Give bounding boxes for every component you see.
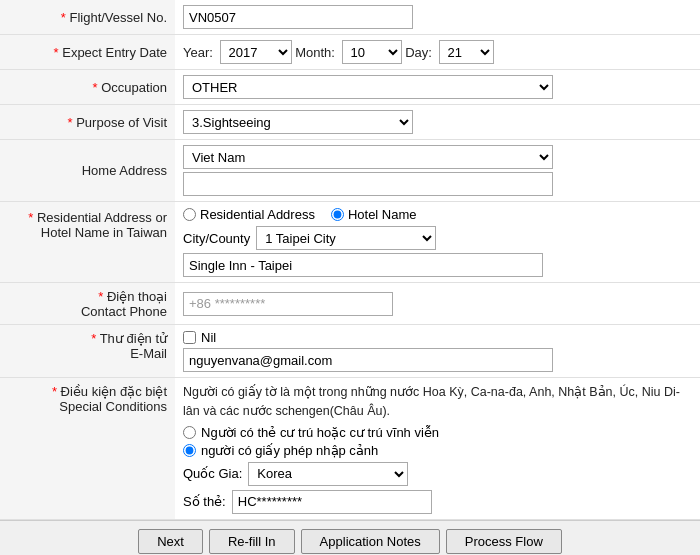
nil-checkbox[interactable] (183, 331, 196, 344)
city-county-label: City/County (183, 231, 250, 246)
expect-entry-label: Expect Entry Date (0, 35, 175, 70)
home-country-select[interactable]: Viet Nam USA Japan Korea China (183, 145, 553, 169)
residential-radio-group: Residential Address Hotel Name (183, 207, 692, 222)
condition-radio-group: Người có thẻ cư trú hoặc cư trú vĩnh viễ… (183, 425, 692, 458)
home-address-cell: Viet Nam USA Japan Korea China (175, 140, 700, 202)
flight-cell (175, 0, 700, 35)
notes-button[interactable]: Application Notes (301, 529, 440, 554)
phone-label: Điện thoại Contact Phone (0, 283, 175, 325)
radio-residential-input[interactable] (183, 208, 196, 221)
home-address-input[interactable] (183, 172, 553, 196)
radio-residential-label: Residential Address (200, 207, 315, 222)
flow-button[interactable]: Process Flow (446, 529, 562, 554)
condition-text: Người có giấy tờ là một trong những nước… (183, 383, 692, 421)
so-the-input[interactable] (232, 490, 432, 514)
residential-cell: Residential Address Hotel Name City/Coun… (175, 202, 700, 283)
special-label: Điều kiện đặc biệt Special Conditions (0, 378, 175, 520)
purpose-cell: 3.Sightseeing 1.Business 2.Visit Friends… (175, 105, 700, 140)
quoc-gia-label: Quốc Gia: (183, 466, 242, 481)
year-select[interactable]: 2015 2016 2017 2018 2019 (220, 40, 292, 64)
condition-radio2[interactable] (183, 444, 196, 457)
flight-input[interactable] (183, 5, 413, 29)
nil-row: Nil (183, 330, 692, 345)
flight-label: Flight/Vessel No. (0, 0, 175, 35)
main-form: Flight/Vessel No. Expect Entry Date Year… (0, 0, 700, 520)
email-input[interactable] (183, 348, 553, 372)
purpose-label: Purpose of Visit (0, 105, 175, 140)
condition-radio1[interactable] (183, 426, 196, 439)
radio-hotel-label: Hotel Name (348, 207, 417, 222)
so-the-label: Số thẻ: (183, 494, 226, 509)
day-label: Day: (405, 45, 432, 60)
so-the-row: Số thẻ: (183, 490, 692, 514)
quoc-gia-row: Quốc Gia: Korea Japan China USA France G… (183, 462, 692, 486)
next-button[interactable]: Next (138, 529, 203, 554)
radio-hotel[interactable]: Hotel Name (331, 207, 417, 222)
nil-label: Nil (201, 330, 216, 345)
city-row: City/County 1 Taipei City 2 New Taipei C… (183, 226, 692, 250)
home-address-label: Home Address (0, 140, 175, 202)
special-cell: Người có giấy tờ là một trong những nước… (175, 378, 700, 520)
phone-input[interactable] (183, 292, 393, 316)
phone-cell (175, 283, 700, 325)
expect-entry-cell: Year: 2015 2016 2017 2018 2019 Month: 12… (175, 35, 700, 70)
email-cell: Nil (175, 325, 700, 378)
radio-residential[interactable]: Residential Address (183, 207, 315, 222)
quoc-gia-select[interactable]: Korea Japan China USA France Germany (248, 462, 408, 486)
condition-opt2[interactable]: người có giấy phép nhập cảnh (183, 443, 692, 458)
email-label: Thư điện tử E-Mail (0, 325, 175, 378)
condition-opt2-label: người có giấy phép nhập cảnh (201, 443, 378, 458)
occupation-cell: OTHER STUDENT BUSINESS PROFESSIONAL (175, 70, 700, 105)
bottom-buttons: Next Re-fill In Application Notes Proces… (0, 520, 700, 556)
hotel-name-input[interactable] (183, 253, 543, 277)
residential-label: Residential Address or Hotel Name in Tai… (0, 202, 175, 283)
radio-hotel-input[interactable] (331, 208, 344, 221)
month-label: Month: (295, 45, 335, 60)
year-label: Year: (183, 45, 213, 60)
condition-opt1-label: Người có thẻ cư trú hoặc cư trú vĩnh viễ… (201, 425, 439, 440)
refill-button[interactable]: Re-fill In (209, 529, 295, 554)
occupation-select[interactable]: OTHER STUDENT BUSINESS PROFESSIONAL (183, 75, 553, 99)
purpose-select[interactable]: 3.Sightseeing 1.Business 2.Visit Friends… (183, 110, 413, 134)
city-select[interactable]: 1 Taipei City 2 New Taipei City 3 Taichu… (256, 226, 436, 250)
occupation-label: Occupation (0, 70, 175, 105)
month-select[interactable]: 1234 5678 9101112 (342, 40, 402, 64)
condition-opt1[interactable]: Người có thẻ cư trú hoặc cư trú vĩnh viễ… (183, 425, 692, 440)
day-select[interactable]: 12345 678910 1112131415 1617181920 21222… (439, 40, 494, 64)
